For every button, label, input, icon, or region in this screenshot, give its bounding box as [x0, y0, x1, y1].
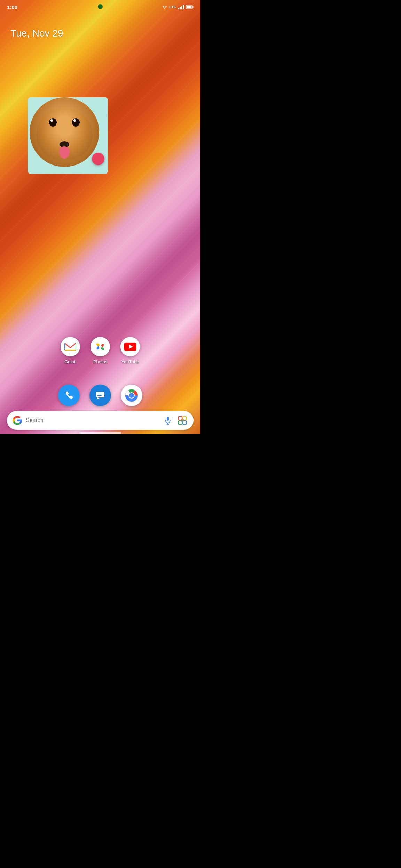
messages-icon	[95, 390, 106, 401]
svg-rect-12	[97, 394, 103, 394]
photos-app[interactable]: Photos	[91, 337, 110, 364]
dock	[0, 385, 200, 406]
date-text: Tue, Nov 29	[10, 28, 63, 39]
svg-point-16	[129, 393, 134, 398]
nav-pill	[79, 432, 121, 434]
signal-icon	[178, 5, 184, 9]
search-input[interactable]	[26, 411, 159, 430]
app-grid: Gmail Photos	[0, 337, 200, 371]
photos-label: Photos	[93, 359, 107, 364]
mic-icon	[164, 416, 172, 425]
svg-rect-10	[96, 392, 104, 397]
date-widget: Tue, Nov 29	[10, 28, 63, 39]
chrome-dock-icon[interactable]	[121, 385, 142, 406]
status-icons: LTE	[162, 5, 194, 9]
svg-point-7	[99, 345, 102, 348]
phone-dock-icon[interactable]	[58, 385, 80, 406]
nav-bar	[0, 432, 200, 434]
network-label: LTE	[169, 5, 176, 9]
dog-face-bg	[30, 97, 99, 167]
svg-rect-2	[187, 6, 192, 8]
app-row-main: Gmail Photos	[14, 337, 187, 364]
youtube-label: YouTube	[121, 359, 139, 364]
gmail-label: Gmail	[64, 359, 76, 364]
dog-photo	[30, 97, 99, 167]
dog-eye-left	[49, 118, 57, 127]
svg-marker-11	[97, 397, 100, 400]
youtube-logo	[123, 340, 137, 354]
youtube-icon	[120, 337, 140, 356]
svg-rect-1	[193, 6, 194, 8]
camera-dot	[98, 4, 103, 9]
photos-logo	[93, 340, 107, 354]
gmail-logo	[64, 342, 77, 352]
chrome-icon	[125, 388, 139, 402]
search-mic-button[interactable]	[162, 415, 173, 426]
dog-tongue	[59, 146, 70, 159]
svg-rect-17	[167, 417, 169, 421]
messages-dock-icon[interactable]	[89, 385, 111, 406]
search-lens-button[interactable]	[177, 415, 188, 426]
battery-icon	[186, 5, 194, 9]
lens-icon	[178, 416, 187, 425]
gmail-icon	[61, 337, 80, 356]
wifi-icon	[162, 5, 167, 9]
svg-rect-13	[97, 395, 102, 396]
svg-point-25	[182, 420, 183, 421]
dog-photo-widget[interactable]	[28, 97, 108, 174]
google-g-icon	[13, 416, 22, 425]
dog-eye-right	[72, 118, 80, 127]
search-bar[interactable]	[7, 411, 194, 430]
gmail-app[interactable]: Gmail	[61, 337, 80, 364]
record-dot	[92, 153, 104, 165]
youtube-app[interactable]: YouTube	[120, 337, 140, 364]
phone-icon	[63, 390, 74, 401]
photos-icon	[91, 337, 110, 356]
status-time: 1:00	[7, 4, 17, 10]
